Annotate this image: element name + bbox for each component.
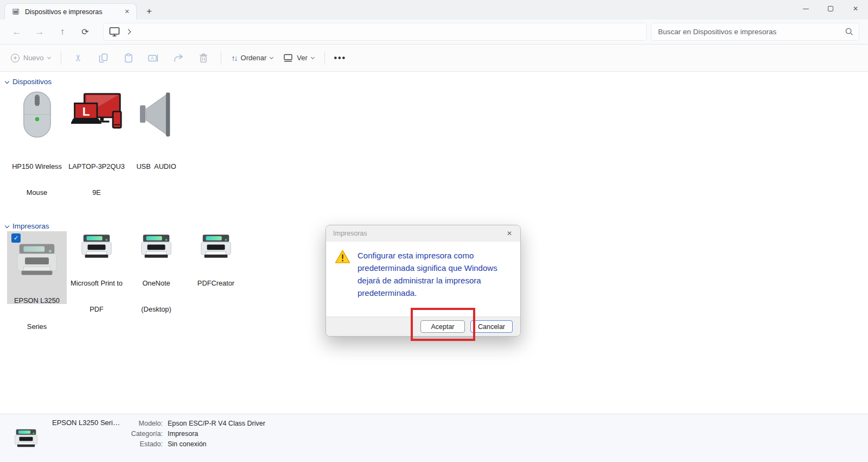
- tab-title: Dispositivos e impresoras: [25, 8, 117, 16]
- view-icon: [284, 54, 293, 62]
- printer-tile-microsoft-print-to-pdf[interactable]: Microsoft Print to PDF: [67, 231, 126, 304]
- new-tab-button[interactable]: +: [142, 4, 156, 18]
- laptop-icon-letter: L: [82, 105, 90, 118]
- paste-icon: [124, 53, 133, 63]
- plus-icon: +: [11, 54, 20, 62]
- speaker-icon: [139, 92, 173, 137]
- accept-button[interactable]: Aceptar: [420, 320, 465, 333]
- printer-name-line2: PDF: [71, 305, 123, 314]
- view-button[interactable]: Ver: [278, 49, 320, 67]
- maximize-button[interactable]: [818, 0, 843, 17]
- toolbar-divider: [221, 52, 221, 65]
- up-button[interactable]: ↑: [53, 23, 72, 41]
- dialog-body: Configurar esta impresora como predeterm…: [326, 242, 520, 299]
- printer-name-line2: (Desktop): [141, 305, 171, 314]
- status-label: Estado:: [126, 439, 163, 450]
- printer-tile-onenote-desktop[interactable]: OneNote (Desktop): [126, 231, 186, 304]
- navigation-bar: ← → ↑ ⟳: [0, 20, 868, 45]
- selected-item-properties: Modelo: Epson ESC/P-R V4 Class Driver Ca…: [126, 414, 265, 462]
- chevron-down-icon: [311, 55, 315, 59]
- printer-name: OneNote: [141, 279, 171, 288]
- device-name: LAPTOP-3P2QU3: [68, 162, 125, 171]
- breadcrumb-chevron-icon[interactable]: [126, 29, 131, 35]
- search-icon[interactable]: [845, 28, 853, 36]
- copy-button[interactable]: [91, 49, 116, 67]
- minimize-button[interactable]: [793, 0, 818, 17]
- selected-item-name: EPSON L3250 Seri…: [52, 414, 126, 462]
- details-pane: EPSON L3250 Seri… Modelo: Epson ESC/P-R …: [0, 414, 868, 462]
- cut-button[interactable]: ✂: [66, 49, 91, 67]
- printer-icon: [79, 233, 114, 259]
- printers-header-label: Impresoras: [12, 222, 49, 230]
- more-options-button[interactable]: •••: [330, 49, 350, 67]
- chevron-down-icon: [5, 223, 9, 227]
- warning-icon: [335, 249, 350, 264]
- devices-header-label: Dispositivos: [12, 78, 52, 86]
- tab-bar: Dispositivos e impresoras ✕ + ✕: [0, 0, 868, 20]
- window-controls: ✕: [793, 0, 868, 17]
- tab-devices-and-printers[interactable]: Dispositivos e impresoras ✕: [4, 3, 137, 20]
- search-input[interactable]: [658, 28, 845, 36]
- copy-icon: [99, 53, 108, 63]
- command-toolbar: + Nuevo ✂ A: [0, 45, 868, 72]
- printer-name: Microsoft Print to: [71, 279, 123, 288]
- dialog-message: Configurar esta impresora como predeterm…: [358, 249, 497, 299]
- category-label: Categoría:: [126, 429, 163, 439]
- device-tile-hp150-wireless-mouse[interactable]: HP150 Wireless Mouse: [7, 87, 67, 214]
- sort-button-label: Ordenar: [241, 54, 267, 62]
- delete-button[interactable]: [191, 49, 216, 67]
- explorer-window: Dispositivos e impresoras ✕ + ✕ ← → ↑ ⟳: [0, 0, 868, 462]
- chevron-down-icon: [47, 55, 51, 59]
- dialog-titlebar[interactable]: Impresoras ✕: [326, 225, 520, 242]
- sort-button[interactable]: ↑↓ Ordenar: [226, 49, 279, 67]
- close-button[interactable]: ✕: [843, 0, 868, 17]
- device-name: HP150 Wireless: [12, 162, 62, 171]
- dialog-title: Impresoras: [333, 230, 504, 237]
- printer-tile-epson-l3250[interactable]: ✓: [7, 231, 67, 304]
- status-value: Sin conexión: [168, 439, 207, 450]
- maximize-icon: [828, 6, 833, 11]
- forward-button[interactable]: →: [30, 23, 49, 41]
- rename-button[interactable]: A: [141, 49, 166, 67]
- minimize-icon: [803, 9, 809, 9]
- more-options-icon: •••: [334, 53, 346, 63]
- device-name: USB AUDIO: [136, 162, 176, 171]
- dialog-footer: Aceptar Cancelar: [326, 317, 520, 336]
- printer-favicon-icon: [11, 8, 20, 16]
- selected-checkbox[interactable]: ✓: [11, 233, 21, 243]
- address-bar[interactable]: [103, 23, 647, 41]
- printer-tile-pdfcreator[interactable]: PDFCreator: [186, 231, 246, 304]
- device-name-line2: 9E: [68, 188, 125, 197]
- printer-icon: [138, 233, 174, 259]
- chevron-down-icon: [5, 79, 9, 83]
- device-tile-laptop-3p2qu39e[interactable]: L LAPTOP-3P2QU3 9E: [67, 87, 126, 214]
- share-button[interactable]: [166, 49, 191, 67]
- section-header-devices[interactable]: Dispositivos: [5, 78, 868, 86]
- printers-dialog: Impresoras ✕ Configurar esta impresora c…: [326, 225, 521, 337]
- category-value: Impresora: [168, 429, 198, 439]
- printer-name: PDFCreator: [197, 279, 234, 288]
- trash-icon: [199, 53, 208, 63]
- back-button[interactable]: ←: [8, 23, 26, 41]
- printer-icon: [13, 243, 61, 276]
- rename-icon: A: [148, 53, 158, 63]
- toolbar-divider: [61, 52, 61, 65]
- cut-icon: ✂: [73, 54, 84, 61]
- printer-icon: [198, 233, 234, 259]
- sort-icon: ↑↓: [232, 54, 237, 62]
- this-pc-icon: [109, 27, 120, 37]
- cancel-button[interactable]: Cancelar: [470, 320, 513, 333]
- refresh-button[interactable]: ⟳: [76, 23, 94, 41]
- paste-button[interactable]: [116, 49, 141, 67]
- dialog-close-icon[interactable]: ✕: [504, 228, 515, 239]
- mouse-icon: [22, 91, 53, 138]
- view-button-label: Ver: [297, 54, 308, 62]
- device-tile-usb-audio[interactable]: USB AUDIO: [126, 87, 186, 188]
- tab-close-icon[interactable]: ✕: [122, 7, 132, 17]
- model-value: Epson ESC/P-R V4 Class Driver: [168, 419, 265, 429]
- model-label: Modelo:: [126, 419, 163, 429]
- printer-name-line2: Series: [14, 322, 60, 331]
- new-button[interactable]: + Nuevo: [5, 49, 56, 67]
- file-list-area: Dispositivos: [0, 72, 868, 414]
- new-button-label: Nuevo: [23, 54, 44, 62]
